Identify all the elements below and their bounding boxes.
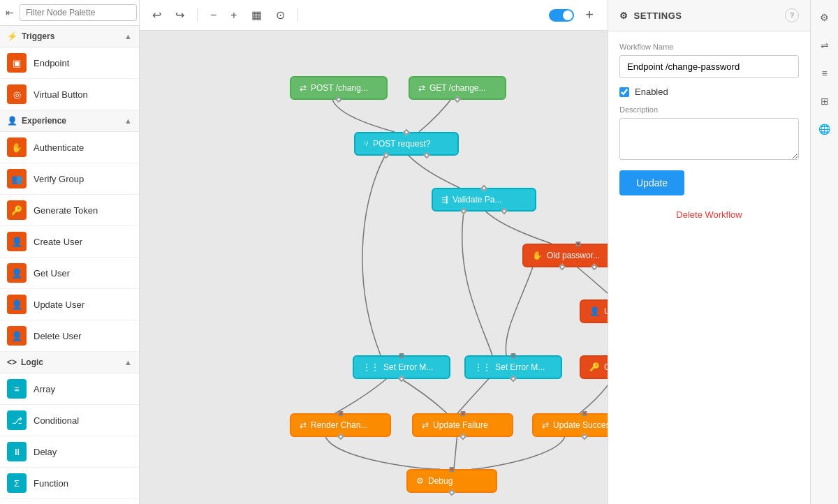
workflow-name-input[interactable] bbox=[619, 55, 799, 78]
node-render-chan[interactable]: ⇄ Render Chan... bbox=[290, 413, 391, 437]
port-render-bottom[interactable] bbox=[337, 433, 344, 440]
node-set-error-m1[interactable]: ⋮⋮ Set Error M... bbox=[353, 355, 450, 379]
node-old-password[interactable]: ✋ Old passwor... bbox=[522, 244, 608, 267]
port-post-request-bottom-left[interactable] bbox=[383, 152, 390, 159]
sidebar-item-virtual-button[interactable]: ◎ Virtual Button bbox=[0, 79, 139, 110]
trigger-icon: ⚡ bbox=[7, 31, 17, 41]
node-validate-pa[interactable]: ⇶ Validate Pa... bbox=[432, 188, 536, 212]
port-get-change-bottom[interactable] bbox=[454, 96, 461, 103]
redo-button[interactable]: ↪ bbox=[171, 6, 189, 24]
render-icon: ⇄ bbox=[300, 420, 307, 430]
enabled-label: Enabled bbox=[635, 87, 668, 97]
update-user-icon: 👤 bbox=[589, 306, 600, 316]
main-area: ↩ ↪ − + ▦ ⊙ + bbox=[140, 0, 608, 504]
enabled-checkbox[interactable] bbox=[619, 87, 629, 97]
help-icon[interactable]: ? bbox=[785, 8, 799, 22]
port-success-top[interactable] bbox=[582, 411, 587, 416]
triggers-title: ⚡ Triggers bbox=[7, 31, 54, 41]
old-password-icon: ✋ bbox=[532, 251, 543, 260]
logic-icon: <> bbox=[7, 357, 17, 367]
virtual-button-icon: ◎ bbox=[7, 84, 27, 104]
port-old-password-bottom-left[interactable] bbox=[559, 264, 566, 271]
set-error1-icon: ⋮⋮ bbox=[362, 362, 379, 372]
port-set-error2-top[interactable] bbox=[511, 353, 516, 358]
experience-title: 👤 Experience bbox=[7, 116, 66, 126]
node-post-request[interactable]: ⑂ POST request? bbox=[354, 132, 459, 156]
validate-icon: ⇶ bbox=[441, 195, 448, 205]
experience-chevron: ▲ bbox=[124, 117, 132, 125]
zoom-in-button[interactable]: + bbox=[226, 6, 241, 24]
toggle-switch[interactable] bbox=[549, 9, 574, 22]
undo-button[interactable]: ↩ bbox=[148, 6, 166, 24]
port-old-password-top[interactable] bbox=[576, 242, 581, 246]
icon-bar-layers[interactable]: ≡ bbox=[814, 63, 835, 84]
right-panel-content: Workflow Name Enabled Description Update… bbox=[608, 31, 810, 504]
port-old-password-bottom-right[interactable] bbox=[591, 264, 598, 271]
port-set-error2-bottom[interactable] bbox=[510, 376, 517, 383]
set-error2-icon: ⋮⋮ bbox=[474, 362, 491, 372]
fit-button[interactable]: ▦ bbox=[247, 6, 266, 24]
delete-workflow-link[interactable]: Delete Workflow bbox=[619, 209, 799, 220]
toolbar: ↩ ↪ − + ▦ ⊙ + bbox=[140, 0, 608, 31]
search-input[interactable] bbox=[20, 4, 137, 21]
node-generate-token[interactable]: 🔑 Generate Token bbox=[580, 355, 608, 379]
port-failure-bottom[interactable] bbox=[460, 433, 466, 440]
port-render-top[interactable] bbox=[338, 411, 343, 416]
sidebar-item-conditional[interactable]: ⎇ Conditional bbox=[0, 405, 139, 436]
node-debug[interactable]: ⚙ Debug bbox=[406, 469, 497, 493]
port-success-bottom[interactable] bbox=[581, 433, 588, 440]
description-textarea[interactable] bbox=[619, 118, 799, 160]
port-failure-top[interactable] bbox=[460, 411, 465, 416]
port-debug-top[interactable] bbox=[450, 467, 455, 472]
sidebar-item-verify-group[interactable]: 👥 Verify Group bbox=[0, 163, 139, 195]
port-validate-bottom-left[interactable] bbox=[460, 208, 467, 215]
success-label: Update Success bbox=[553, 420, 608, 430]
node-set-error-m2[interactable]: ⋮⋮ Set Error M... bbox=[464, 355, 562, 379]
conditional-icon: ⎇ bbox=[7, 410, 27, 430]
sidebar-header: ⇤ bbox=[0, 0, 139, 26]
section-logic[interactable]: <> Logic ▲ bbox=[0, 352, 139, 373]
section-experience[interactable]: 👤 Experience ▲ bbox=[0, 110, 139, 132]
sidebar-item-get-user[interactable]: 👤 Get User bbox=[0, 258, 139, 289]
sidebar-item-endpoint[interactable]: ▣ Endpoint bbox=[0, 47, 139, 79]
icon-bar-globe[interactable]: 🌐 bbox=[814, 119, 835, 140]
update-button[interactable]: Update bbox=[619, 170, 684, 195]
icon-bar-grid[interactable]: ⊞ bbox=[814, 91, 835, 112]
set-error2-label: Set Error M... bbox=[495, 362, 545, 372]
icon-bar-connect[interactable]: ⇌ bbox=[814, 35, 835, 56]
sidebar-item-delete-user[interactable]: 👤 Delete User bbox=[0, 320, 139, 352]
sidebar-item-delay[interactable]: ⏸ Delay bbox=[0, 436, 139, 468]
failure-icon: ⇄ bbox=[422, 420, 429, 430]
node-get-change[interactable]: ⇄ GET /change... bbox=[409, 76, 506, 100]
zoom-reset-button[interactable]: ⊙ bbox=[272, 6, 289, 24]
sidebar-item-authenticate[interactable]: ✋ Authenticate bbox=[0, 132, 139, 163]
port-validate-top[interactable] bbox=[480, 185, 487, 192]
sidebar-item-function[interactable]: Σ Function bbox=[0, 468, 139, 499]
sidebar-item-create-user[interactable]: 👤 Create User bbox=[0, 226, 139, 258]
update-user-label: Update User bbox=[604, 306, 608, 316]
node-update-failure[interactable]: ⇄ Update Failure bbox=[412, 413, 513, 437]
sidebar-item-update-user[interactable]: 👤 Update User bbox=[0, 289, 139, 320]
zoom-out-button[interactable]: − bbox=[206, 6, 221, 24]
port-set-error1-top[interactable] bbox=[399, 353, 404, 358]
node-update-success[interactable]: ⇄ Update Success bbox=[532, 413, 608, 437]
port-validate-bottom-right[interactable] bbox=[501, 208, 508, 215]
section-triggers[interactable]: ⚡ Triggers ▲ bbox=[0, 26, 139, 47]
port-set-error1-bottom[interactable] bbox=[398, 376, 405, 383]
collapse-icon[interactable]: ⇤ bbox=[6, 7, 14, 18]
port-post-request-bottom-right[interactable] bbox=[423, 152, 430, 159]
add-node-button[interactable]: + bbox=[580, 6, 599, 24]
node-update-user[interactable]: 👤 Update User bbox=[580, 299, 608, 323]
endpoint-icon: ▣ bbox=[7, 53, 27, 73]
toolbar-divider-1 bbox=[197, 8, 198, 22]
port-post-change-bottom[interactable] bbox=[335, 96, 342, 103]
node-post-change[interactable]: ⇄ POST /chang... bbox=[290, 76, 388, 100]
sidebar-item-generate-token[interactable]: 🔑 Generate Token bbox=[0, 195, 139, 226]
icon-bar-gear[interactable]: ⚙ bbox=[814, 7, 835, 28]
canvas[interactable]: ⇄ POST /chang... ⇄ GET /change... ⑂ POST… bbox=[140, 31, 608, 504]
right-panel-header: ⚙ SETTINGS ? bbox=[608, 0, 810, 31]
delete-user-icon: 👤 bbox=[7, 326, 27, 346]
port-post-request-top[interactable] bbox=[403, 129, 410, 136]
port-debug-bottom[interactable] bbox=[448, 489, 455, 496]
sidebar-item-array[interactable]: ≡ Array bbox=[0, 373, 139, 405]
